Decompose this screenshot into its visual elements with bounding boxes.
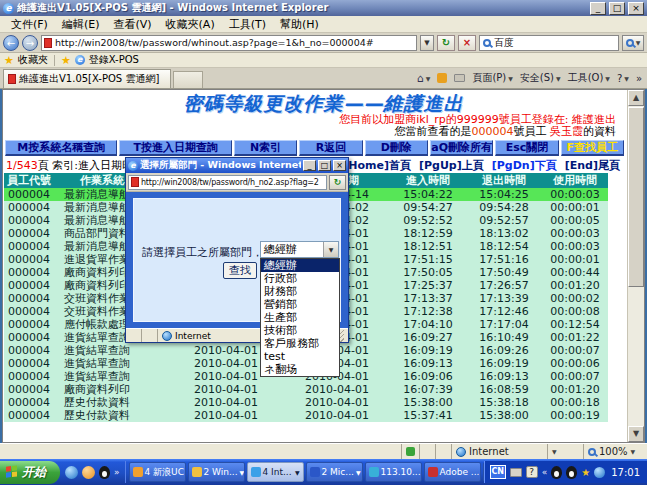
home-button[interactable]: ⌂▼: [417, 72, 431, 85]
table-row[interactable]: 000004歷史付款資料2010-04-012010-04-0115:37:41…: [4, 409, 608, 422]
language-indicator[interactable]: CN: [490, 465, 506, 479]
pagination-links: [Home]首頁[PgUp]上頁[PgDn]下頁[End]尾頁: [343, 158, 620, 173]
dropdown-option[interactable]: 行政部: [261, 272, 339, 285]
dropdown-option[interactable]: ネ翻场: [261, 363, 339, 376]
table-cell: 00:00:01: [542, 253, 608, 266]
address-dropdown-button[interactable]: ▼: [420, 35, 434, 51]
search-go-button[interactable]: ▼: [622, 35, 644, 51]
maximize-button[interactable]: □: [609, 2, 625, 15]
menu-item-file[interactable]: 文件(F): [4, 17, 55, 32]
close-button[interactable]: ×: [628, 2, 644, 15]
start-button[interactable]: 开始: [0, 461, 60, 484]
table-cell: 000004: [4, 331, 58, 344]
popup-maximize-button[interactable]: □: [318, 160, 331, 171]
menu-item-edit[interactable]: 編輯(E): [55, 17, 107, 32]
taskbar-button-2[interactable]: 4 Int...▼: [247, 462, 304, 482]
collapse-chevron-icon[interactable]: «: [542, 467, 548, 477]
table-cell: 00:00:02: [542, 292, 608, 305]
qq-tray-icon[interactable]: [566, 466, 577, 479]
dropdown-option[interactable]: test: [261, 350, 339, 363]
find-button[interactable]: 查找: [223, 262, 257, 279]
button-search-by-entry-date[interactable]: T按進入日期查詢: [119, 140, 231, 156]
button-index[interactable]: N索引: [234, 140, 297, 156]
button-esc-close[interactable]: Esc關閉: [495, 140, 558, 156]
zoom-control[interactable]: 100% ▼: [583, 444, 647, 459]
feed-icon[interactable]: [437, 73, 447, 83]
tools-menu-button[interactable]: 工具(O)▼: [568, 71, 610, 85]
taskbar-button-5[interactable]: Adobe ...: [424, 462, 481, 482]
safety-menu-button[interactable]: 安全(S)▼: [520, 71, 561, 85]
button-search-by-system-name[interactable]: M按系統名稱查詢: [5, 140, 117, 156]
refresh-button[interactable]: ↻: [437, 35, 455, 51]
table-row[interactable]: 000004歷史付款資料2010-04-012010-04-0115:38:00…: [4, 396, 608, 409]
overflow-chevron-icon[interactable]: »: [636, 73, 642, 84]
network-globe-icon[interactable]: [594, 467, 605, 478]
table-cell: 歷史付款資料: [58, 396, 168, 409]
dropdown-option[interactable]: 技術部: [261, 324, 339, 337]
taskbar-button-1[interactable]: 2 Win...▼: [188, 462, 245, 482]
nav-home-first[interactable]: [Home]首頁: [343, 158, 411, 173]
menu-item-tools[interactable]: 工具(T): [222, 17, 273, 32]
popup-close-button[interactable]: ×: [333, 160, 346, 171]
dropdown-option[interactable]: 客戶服務部: [261, 337, 339, 350]
help-menu-button[interactable]: ?▼: [617, 73, 629, 84]
table-cell: 09:54:27: [390, 201, 466, 214]
protected-mode-toggle[interactable]: ▼: [547, 444, 583, 459]
chevron-down-icon: ▼: [295, 469, 300, 476]
security-zone: Internet: [451, 444, 547, 459]
menu-item-help[interactable]: 幫助(H): [273, 17, 326, 32]
qq-penguin-icon[interactable]: [99, 466, 110, 479]
print-icon[interactable]: [454, 74, 465, 82]
menu-item-view[interactable]: 查看(V): [106, 17, 158, 32]
button-delete[interactable]: D刪除: [365, 140, 428, 156]
popup-minimize-button[interactable]: _: [303, 160, 316, 171]
table-row[interactable]: 000004廠商資料列印2010-04-012010-04-0116:07:39…: [4, 383, 608, 396]
safety-menu-label: 安全(S): [520, 71, 554, 85]
nav-pgup-prev[interactable]: [PgUp]上頁: [419, 158, 484, 173]
button-delete-all[interactable]: aQ刪除所有: [430, 140, 493, 156]
department-select[interactable]: 總經辦 ▼: [260, 241, 339, 258]
button-find-employee[interactable]: F查找員工: [561, 140, 624, 156]
minimize-button[interactable]: _: [590, 2, 606, 15]
popup-refresh-button[interactable]: ↻: [329, 175, 346, 190]
tab-active[interactable]: 維護進出V1.05[X-POS 雲通網]: [3, 69, 171, 88]
nav-end-last[interactable]: [End]尾頁: [565, 158, 620, 173]
new-tab-stub[interactable]: [173, 71, 203, 88]
page-icon: [131, 177, 139, 187]
select-dropdown-button[interactable]: ▼: [323, 242, 338, 257]
browser-status-bar: Internet ▼ 100% ▼: [0, 443, 647, 459]
taskbar-button-0[interactable]: 4 新浪UC▼: [129, 462, 186, 482]
stop-button[interactable]: ×: [458, 35, 476, 51]
forward-button[interactable]: →: [22, 35, 38, 51]
menu-item-favorites[interactable]: 收藏夾(A): [159, 17, 222, 32]
star-tray-icon[interactable]: ★: [581, 467, 590, 478]
button-return[interactable]: R返回: [299, 140, 362, 156]
page-menu-button[interactable]: 頁面(P)▼: [472, 71, 512, 85]
overflow-chevron-icon[interactable]: »: [114, 467, 120, 477]
nav-pgdn-next[interactable]: [PgDn]下頁: [492, 158, 557, 173]
home-icon: ⌂: [417, 72, 424, 85]
taskbar-button-4[interactable]: 113.10...: [365, 462, 422, 482]
dropdown-option[interactable]: 營銷部: [261, 298, 339, 311]
search-input[interactable]: 百度: [479, 35, 619, 51]
dropdown-option[interactable]: 財務部: [261, 285, 339, 298]
qq-tray-icon[interactable]: [551, 466, 562, 479]
dropdown-option[interactable]: 生產部: [261, 311, 339, 324]
back-button[interactable]: ←: [3, 35, 19, 51]
dropdown-option[interactable]: 總經辦: [261, 259, 339, 272]
popup-address-input[interactable]: http://win2008/tw/password/h_no2.asp?fla…: [128, 175, 327, 190]
page-scrollbar[interactable]: ▲ ▼: [627, 90, 644, 442]
scroll-thumb[interactable]: [628, 107, 644, 287]
address-input[interactable]: http://win2008/tw/password/whinout.asp?p…: [41, 35, 417, 51]
scroll-up-button[interactable]: ▲: [628, 90, 644, 106]
messenger-icon[interactable]: [65, 466, 78, 479]
printer-tray-icon[interactable]: [510, 468, 522, 477]
chat-icon[interactable]: [82, 466, 95, 479]
clock[interactable]: 17:01: [611, 467, 640, 478]
scroll-down-button[interactable]: ▼: [628, 426, 644, 442]
table-cell: 00:00:19: [542, 409, 608, 422]
favorites-link[interactable]: 登錄X-POS: [89, 53, 139, 67]
favorites-label[interactable]: 收藏夾: [18, 53, 48, 67]
taskbar-button-3[interactable]: 2 Mic...▼: [306, 462, 363, 482]
help-tray-icon[interactable]: ?: [526, 466, 538, 478]
